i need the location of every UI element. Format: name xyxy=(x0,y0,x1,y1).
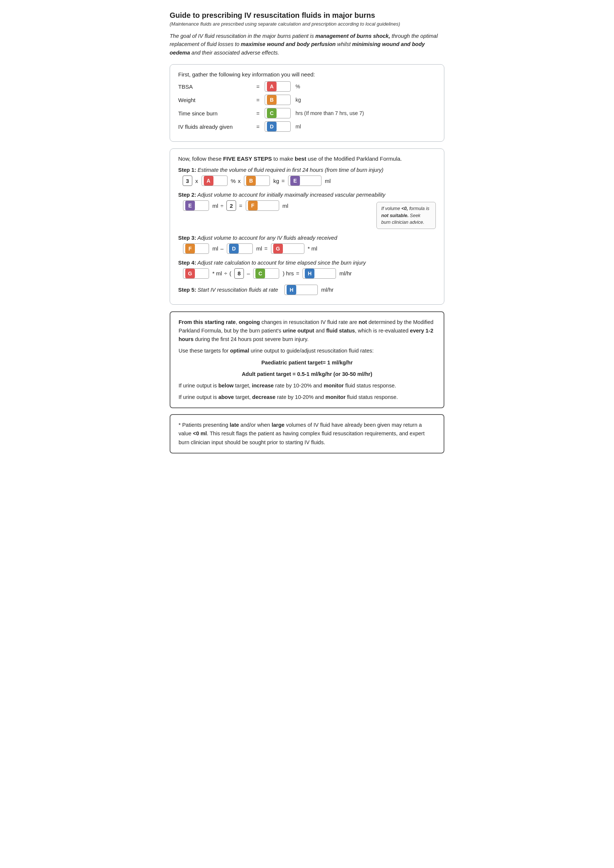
step1-x2: x xyxy=(238,178,241,184)
info-card-2: * Patients presenting late and/or when l… xyxy=(170,414,444,454)
badge-d: D xyxy=(267,122,276,131)
step1-b-input[interactable]: B xyxy=(244,175,270,186)
steps-card: Now, follow these FIVE EASY STEPS to mak… xyxy=(170,149,444,304)
step1-x1: x xyxy=(195,178,198,184)
step4-badge-g: G xyxy=(185,269,195,278)
page-title: Guide to prescribing IV resuscitation fl… xyxy=(170,11,444,20)
step3-f-input[interactable]: F xyxy=(183,243,209,254)
step1-kg: kg xyxy=(273,178,279,184)
gather-card: First, gather the following key informat… xyxy=(170,64,444,142)
tbsa-unit: % xyxy=(296,84,300,90)
info-p3: Paediatric patient target= 1 ml/kg/hr xyxy=(178,358,436,367)
step2-ml: ml xyxy=(212,203,218,209)
steps-intro: Now, follow these FIVE EASY STEPS to mak… xyxy=(178,155,436,162)
info-p2: Use these targets for optimal urine outp… xyxy=(178,347,436,355)
info-card2-text: * Patients presenting late and/or when l… xyxy=(178,421,436,447)
step1-badge-a: A xyxy=(204,176,214,186)
step3-ml2: ml xyxy=(256,245,262,252)
step5-title: Step 5: Start IV resuscitation fluids at… xyxy=(178,285,436,295)
step1-number-3: 3 xyxy=(183,175,192,186)
step4-g-input[interactable]: G xyxy=(183,268,209,279)
step4-h-input[interactable]: H xyxy=(302,268,336,279)
step1-e-input[interactable]: E xyxy=(288,175,321,186)
iv-fluids-eq: = xyxy=(253,124,264,130)
step1-badge-e: E xyxy=(290,176,300,186)
subtitle: (Maintenance fluids are prescribed using… xyxy=(170,21,444,27)
step3-row: F ml – D ml = G * ml xyxy=(178,243,436,254)
iv-fluids-label: IV fluids already given xyxy=(178,124,253,130)
step1-title: Step 1: Estimate the volume of fluid req… xyxy=(178,167,436,173)
tbsa-row: TBSA = A % xyxy=(178,81,436,91)
step4-div: ÷ xyxy=(224,270,227,276)
time-since-burn-label: Time since burn xyxy=(178,110,253,116)
step2-wrapper: E ml ÷ 2 = F ml If volume <0, formula is… xyxy=(178,200,436,229)
step1-row: 3 x A % x B kg = E ml xyxy=(178,175,436,186)
tbsa-label: TBSA xyxy=(178,84,253,90)
weight-unit: kg xyxy=(296,97,301,103)
info-p1: From this starting rate, ongoing changes… xyxy=(178,318,436,344)
step2-equals: = xyxy=(239,203,242,209)
step1-pct: % xyxy=(231,178,236,184)
step3-badge-g: G xyxy=(273,244,283,253)
step1-a-input[interactable]: A xyxy=(202,175,228,186)
step4-number-8: 8 xyxy=(234,268,244,279)
step1-block: Step 1: Estimate the volume of fluid req… xyxy=(178,167,436,186)
step4-title: Step 4: Adjust rate calculation to accou… xyxy=(178,260,436,266)
time-input[interactable]: C xyxy=(265,108,291,118)
step1-equals: = xyxy=(281,178,285,184)
step3-ml1: ml xyxy=(212,245,218,252)
step4-equals: = xyxy=(296,270,299,276)
info-p5: If urine output is below target, increas… xyxy=(178,381,436,390)
step5-h-input[interactable]: H xyxy=(284,285,318,295)
step2-f-input[interactable]: F xyxy=(246,200,279,211)
time-unit: hrs (If more than 7 hrs, use 7) xyxy=(296,110,364,116)
tbsa-eq: = xyxy=(253,84,264,90)
step4-close-paren-hrs: ) hrs xyxy=(282,270,294,276)
gather-intro: First, gather the following key informat… xyxy=(178,71,436,78)
step4-row: G * ml ÷ ( 8 – C ) hrs = H ml/hr xyxy=(178,268,436,279)
info-p6: If urine output is above target, decreas… xyxy=(178,393,436,401)
step5-block: Step 5: Start IV resuscitation fluids at… xyxy=(178,285,436,295)
step4-badge-h: H xyxy=(305,269,315,278)
step3-equals: = xyxy=(264,245,268,252)
step2-ml2: ml xyxy=(282,203,288,209)
step3-badge-f: F xyxy=(185,244,195,253)
intro-text: The goal of IV fluid resuscitation in th… xyxy=(170,32,444,57)
step2-row: E ml ÷ 2 = F ml xyxy=(178,200,372,211)
note-box: If volume <0, formula is not suitable. S… xyxy=(377,202,436,229)
step4-badge-c: C xyxy=(256,269,265,278)
info-p4: Adult patient target = 0.5-1 ml/kg/hr (o… xyxy=(178,370,436,378)
step4-c-input[interactable]: C xyxy=(253,268,279,279)
step2-title: Step 2: Adjust volume to account for ini… xyxy=(178,192,436,198)
step3-title: Step 3: Adjust volume to account for any… xyxy=(178,235,436,241)
weight-label: Weight xyxy=(178,97,253,103)
step4-open-paren: ( xyxy=(229,270,231,276)
time-since-burn-row: Time since burn = C hrs (If more than 7 … xyxy=(178,108,436,118)
iv-fluids-row: IV fluids already given = D ml xyxy=(178,121,436,132)
step2-badge-e: E xyxy=(185,201,195,211)
step3-g-input[interactable]: G xyxy=(271,243,304,254)
badge-b: B xyxy=(267,95,276,105)
iv-fluids-input[interactable]: D xyxy=(265,121,291,132)
note-text1: If volume xyxy=(381,206,401,211)
step2-badge-f: F xyxy=(248,201,257,211)
step2-number-2: 2 xyxy=(226,200,236,211)
step2-div: ÷ xyxy=(220,203,223,209)
step2-e-input[interactable]: E xyxy=(183,200,209,211)
step1-badge-b: B xyxy=(246,176,256,186)
badge-a: A xyxy=(267,82,276,91)
step3-star-ml: * ml xyxy=(308,245,317,252)
note-text2: formula is xyxy=(408,206,429,211)
step4-mlhr: ml/hr xyxy=(339,270,352,276)
badge-c: C xyxy=(267,108,276,118)
weight-input[interactable]: B xyxy=(265,95,291,105)
step3-d-input[interactable]: D xyxy=(227,243,253,254)
note-bold2: not suitable. xyxy=(381,213,409,218)
step2-main: E ml ÷ 2 = F ml xyxy=(178,200,372,211)
step2-block: Step 2: Adjust volume to account for ini… xyxy=(178,192,436,229)
weight-eq: = xyxy=(253,97,264,103)
step4-minus: – xyxy=(247,270,250,276)
tbsa-input[interactable]: A xyxy=(265,81,291,91)
info-card-1: From this starting rate, ongoing changes… xyxy=(170,312,444,409)
step5-mlhr: ml/hr xyxy=(321,287,333,293)
